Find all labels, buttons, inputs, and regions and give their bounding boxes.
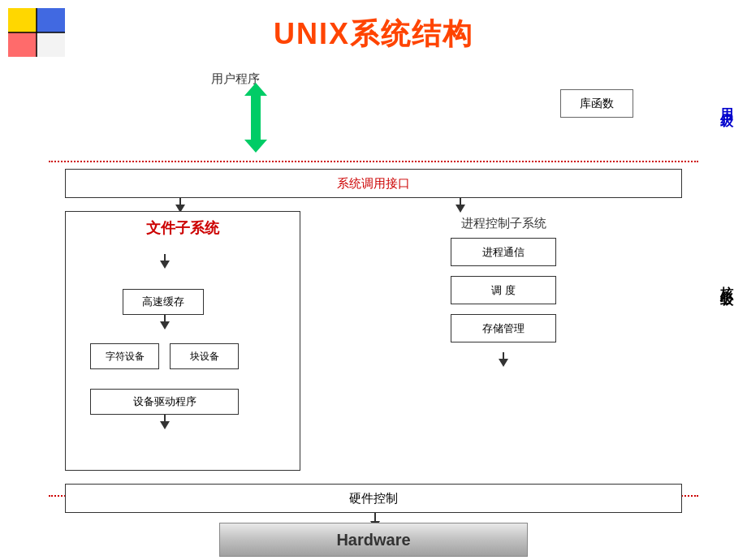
- hardware-bar: Hardware: [219, 523, 528, 560]
- block-device-box: 块设备: [170, 343, 239, 369]
- svg-rect-6: [251, 93, 261, 143]
- svg-rect-0: [8, 8, 37, 32]
- user-area: 用户程序 库函数: [49, 65, 698, 161]
- memory-box: 存储管理: [451, 314, 556, 342]
- kernel-area: 系统调用接口 文件子系统: [49, 162, 698, 493]
- file-subsystem-title: 文件子系统: [66, 218, 300, 238]
- process-subsystem: 进程控制子系统 进程通信 调 度 存储管理: [325, 211, 682, 471]
- library-box: 库函数: [560, 89, 633, 118]
- kernel-level-label: 核心级: [718, 276, 735, 286]
- page-title: UNIX系统结构: [0, 0, 747, 61]
- green-arrow: [240, 81, 272, 154]
- file-subsystem: 文件子系统 高速缓存 字: [65, 211, 300, 471]
- svg-marker-18: [160, 421, 170, 429]
- svg-rect-3: [37, 32, 65, 57]
- char-device-box: 字符设备: [90, 343, 159, 369]
- process-subsystem-title: 进程控制子系统: [326, 216, 681, 231]
- svg-marker-20: [499, 359, 508, 367]
- hardware-label: Hardware: [219, 523, 528, 557]
- main-diagram: 用户级 核心级 用户程序 库函数 系统调用接口: [49, 65, 698, 544]
- svg-marker-14: [160, 261, 170, 269]
- arrow-driver-hw: [159, 415, 171, 433]
- arrow-memory-hw: [326, 352, 681, 367]
- syscall-box: 系统调用接口: [65, 169, 682, 198]
- scheduler-box: 调 度: [451, 276, 556, 304]
- svg-marker-8: [244, 140, 267, 153]
- user-level-label: 用户级: [718, 97, 735, 107]
- svg-marker-16: [160, 321, 170, 330]
- ipc-box: 进程通信: [451, 238, 556, 266]
- hardware-area: Hardware: [49, 507, 698, 560]
- cache-box: 高速缓存: [123, 289, 204, 315]
- hardware-text: Hardware: [336, 531, 410, 549]
- arrow-cache-device: [159, 315, 171, 333]
- arrow-fs-cache: [159, 254, 171, 272]
- svg-rect-2: [8, 32, 37, 57]
- driver-box: 设备驱动程序: [90, 389, 239, 415]
- svg-marker-7: [244, 83, 267, 96]
- svg-rect-1: [37, 8, 65, 32]
- page-container: UNIX系统结构 用户级 核心级 用户程序 库函数: [0, 0, 747, 560]
- logo-decoration: [8, 8, 65, 57]
